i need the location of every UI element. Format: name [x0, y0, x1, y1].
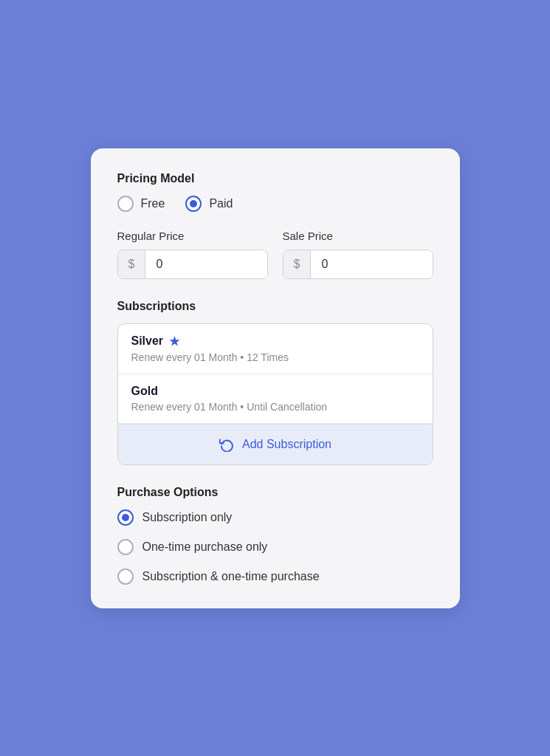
- subscription-gold-detail: Renew every 01 Month • Until Cancellatio…: [131, 401, 419, 413]
- purchase-subscription-only-radio[interactable]: [117, 509, 134, 526]
- pricing-model-title: Pricing Model: [117, 172, 433, 185]
- purchase-one-time-radio[interactable]: [117, 539, 134, 555]
- subscription-gold-item: Gold Renew every 01 Month • Until Cancel…: [118, 374, 433, 424]
- sale-price-currency: $: [283, 250, 312, 278]
- pricing-paid-label: Paid: [209, 197, 233, 210]
- pricing-free-option[interactable]: Free: [117, 196, 165, 212]
- refresh-icon: [219, 436, 235, 453]
- subscription-gold-name-text: Gold: [131, 385, 158, 398]
- star-icon: ★: [169, 334, 179, 348]
- purchase-option-subscription-only[interactable]: Subscription only: [117, 509, 433, 526]
- add-subscription-label: Add Subscription: [242, 438, 331, 451]
- sale-price-label: Sale Price: [283, 230, 433, 242]
- purchase-both-radio[interactable]: [117, 568, 134, 585]
- regular-price-input-wrapper: $: [117, 250, 268, 279]
- subscription-silver-detail: Renew every 01 Month • 12 Times: [131, 351, 419, 363]
- purchase-option-both[interactable]: Subscription & one-time purchase: [117, 568, 433, 585]
- regular-price-label: Regular Price: [117, 230, 268, 242]
- pricing-model-radio-group: Free Paid: [117, 196, 433, 212]
- purchase-both-label: Subscription & one-time purchase: [142, 570, 320, 583]
- purchase-subscription-only-label: Subscription only: [142, 511, 233, 524]
- pricing-free-label: Free: [141, 197, 165, 210]
- main-card: Pricing Model Free Paid Regular Price $ …: [91, 148, 460, 608]
- subscription-silver-name-text: Silver: [131, 334, 164, 348]
- sale-price-input[interactable]: [311, 250, 432, 278]
- subscription-silver-item: Silver ★ Renew every 01 Month • 12 Times: [118, 324, 433, 374]
- sale-price-field: Sale Price $: [283, 230, 433, 279]
- subscription-gold-name: Gold: [131, 385, 419, 398]
- subscriptions-section: Subscriptions Silver ★ Renew every 01 Mo…: [117, 300, 433, 465]
- pricing-model-section: Pricing Model Free Paid: [117, 172, 433, 212]
- pricing-free-radio[interactable]: [117, 196, 134, 212]
- regular-price-currency: $: [118, 250, 146, 278]
- regular-price-field: Regular Price $: [117, 230, 268, 279]
- purchase-option-one-time[interactable]: One-time purchase only: [117, 539, 433, 555]
- subscriptions-title: Subscriptions: [117, 300, 433, 313]
- purchase-options-section: Purchase Options Subscription only One-t…: [117, 486, 433, 585]
- price-section: Regular Price $ Sale Price $: [117, 230, 433, 279]
- pricing-paid-radio[interactable]: [185, 196, 202, 212]
- subscription-silver-name: Silver ★: [131, 334, 419, 348]
- pricing-paid-option[interactable]: Paid: [185, 196, 233, 212]
- sale-price-input-wrapper: $: [283, 250, 433, 279]
- regular-price-input[interactable]: [145, 250, 267, 278]
- add-subscription-button[interactable]: Add Subscription: [118, 424, 433, 464]
- purchase-one-time-label: One-time purchase only: [142, 540, 268, 554]
- purchase-options-title: Purchase Options: [117, 486, 433, 499]
- subscriptions-box: Silver ★ Renew every 01 Month • 12 Times…: [117, 323, 433, 465]
